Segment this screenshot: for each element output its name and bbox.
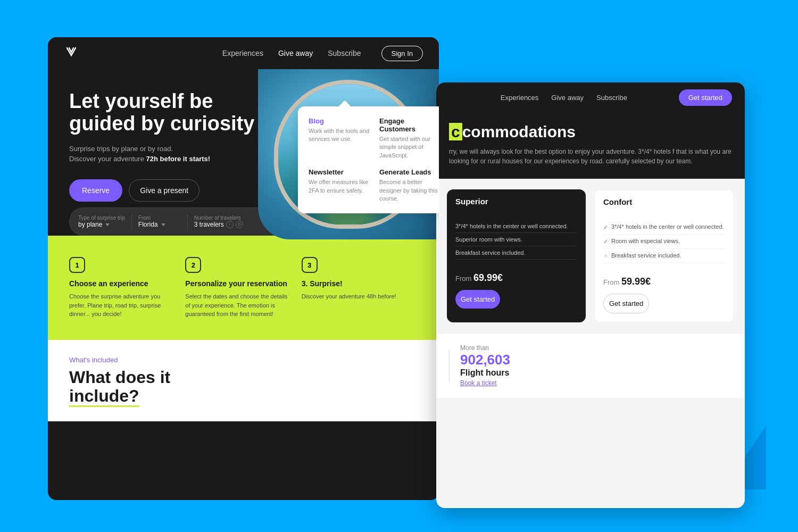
search-type-field: Type of surprise trip by plane <box>78 215 125 228</box>
pricing-section: Superior 3*/4* hotels in the center or w… <box>436 179 745 333</box>
confort-card-header: Confort <box>595 190 734 214</box>
superior-card-header: Superior <box>447 189 586 213</box>
superior-price-amount: 69.99€ <box>473 272 503 283</box>
step-2-title: Personalize your reservation <box>185 279 290 288</box>
step-2: 2 Personalize your reservation Select th… <box>185 257 301 319</box>
pricing-card-superior: Superior 3*/4* hotels in the center or w… <box>447 189 586 322</box>
confort-feature-2: ✓ Room with especial views. <box>603 235 725 249</box>
confort-get-started-button[interactable]: Get started <box>603 294 649 313</box>
nav-link-subscribe[interactable]: Subscribe <box>328 49 361 57</box>
search-from-field: From Florida <box>138 215 181 228</box>
search-travelers-label: Number of travelers <box>194 215 243 221</box>
dropdown-item-blog-desc: Work with the tools and services we use. <box>309 127 371 144</box>
hero-subtitle-line1: Surprise trips by plane or by road. <box>69 145 173 153</box>
from-chevron-icon <box>161 223 165 226</box>
logo[interactable] <box>64 45 79 62</box>
step-3-number: 3 <box>302 257 318 273</box>
right-hero-title: ccommodations <box>449 123 732 140</box>
signin-button[interactable]: Sign In <box>381 46 423 61</box>
right-nav-experiences[interactable]: Experiences <box>501 94 539 102</box>
right-nav-giveaway[interactable]: Give away <box>551 94 584 102</box>
confort-feature-1: ✓ 3*/4* hotels in the center or well con… <box>603 220 725 235</box>
nav-link-experiences[interactable]: Experiences <box>222 49 263 57</box>
dropdown-grid: Blog Work with the tools and services we… <box>309 117 439 203</box>
superior-features: 3*/4* hotels in the center or well conne… <box>447 213 586 266</box>
step-1-title: Choose an experience <box>69 279 174 288</box>
check-icon-1: ✓ <box>603 224 608 231</box>
dropdown-item-engage-title: Engage Customers <box>379 117 439 133</box>
hero-title: Let yourself be guided by curiosity <box>69 90 271 135</box>
dropdown-item-engage-desc: Get started with our simple snippet of J… <box>379 135 439 160</box>
travelers-settings-icon: ⚙ <box>236 221 243 228</box>
step-2-desc: Select the dates and choose the details … <box>185 292 290 319</box>
left-navbar: Experiences Give away Subscribe Sign In <box>48 37 439 69</box>
dropdown-item-blog-title: Blog <box>309 117 371 125</box>
type-chevron-icon <box>105 223 110 226</box>
search-from-value[interactable]: Florida <box>138 221 181 228</box>
step-1-number: 1 <box>69 257 85 273</box>
dropdown-item-leads-title: Generate Leads <box>379 168 439 176</box>
step-1-desc: Choose the surprise adventure you prefer… <box>69 292 174 319</box>
stats-divider <box>449 350 450 382</box>
whats-included-label: What's included <box>69 356 418 364</box>
right-hero-section: ccommodations rry, we will always look f… <box>436 112 745 179</box>
stats-label: More than <box>460 344 732 352</box>
step-1: 1 Choose an experience Choose the surpri… <box>69 257 185 319</box>
hero-subtitle-bold: 72h before it starts! <box>146 155 211 163</box>
superior-get-started-button[interactable]: Get started <box>455 290 500 309</box>
dropdown-item-newsletter[interactable]: Newsletter We offer measures like 2FA to… <box>309 168 371 203</box>
step-2-number: 2 <box>185 257 201 273</box>
book-ticket-link[interactable]: Book a ticket <box>460 379 497 387</box>
steps-section: 1 Choose an experience Choose the surpri… <box>48 236 439 340</box>
right-navbar: Experiences Give away Subscribe Get star… <box>436 82 745 112</box>
stats-section: More than 902,603 Flight hours Book a ti… <box>436 333 745 398</box>
stats-number: 902,603 <box>460 352 732 368</box>
right-nav-subscribe[interactable]: Subscribe <box>596 94 627 102</box>
step-3: 3 3. Surprise! Discover your adventure 4… <box>302 257 418 319</box>
confort-price: From 59.99€ <box>595 270 734 294</box>
check-icon-2: ✓ <box>603 238 608 245</box>
step-3-desc: Discover your adventure 48h before! <box>302 292 407 301</box>
give-present-button[interactable]: Give a present <box>129 179 200 202</box>
superior-feature-2: Superior room with views. <box>455 233 577 246</box>
dropdown-item-leads-desc: Become a better designer by taking this … <box>379 178 439 203</box>
dropdown-item-newsletter-title: Newsletter <box>309 168 371 176</box>
nav-link-giveaway[interactable]: Give away <box>278 49 313 57</box>
dropdown-menu: Blog Work with the tools and services we… <box>298 106 439 213</box>
whats-included-section: What's included What does it include? <box>48 340 439 421</box>
nav-links: Experiences Give away Subscribe Sign In <box>222 46 423 61</box>
hero-subtitle-line2: Discover your adventure <box>69 155 146 163</box>
stats-unit: Flight hours <box>460 368 732 378</box>
cross-icon: ✕ <box>603 253 608 260</box>
dropdown-item-newsletter-desc: We offer measures like 2FA to ensure saf… <box>309 178 371 195</box>
confort-features: ✓ 3*/4* hotels in the center or well con… <box>595 214 734 270</box>
superior-price: From 69.99€ <box>447 266 586 290</box>
superior-feature-1: 3*/4* hotels in the center or well conne… <box>455 220 577 233</box>
right-hero-highlight: c <box>449 123 462 140</box>
confort-price-amount: 59.99€ <box>621 276 651 287</box>
right-window: Experiences Give away Subscribe Get star… <box>436 82 745 508</box>
pricing-card-confort: Confort ✓ 3*/4* hotels in the center or … <box>594 189 734 322</box>
search-divider-1 <box>131 214 132 230</box>
confort-feature-3: ✕ Breakfast service included. <box>603 249 725 263</box>
search-travelers-field: Number of travelers 3 travelers i ⚙ <box>194 215 243 228</box>
right-hero-subtitle: rry, we will always look for the best op… <box>449 147 732 166</box>
step-3-title: 3. Surprise! <box>302 279 407 288</box>
reserve-button[interactable]: Reserve <box>69 179 122 202</box>
right-hero-title-text: commodations <box>462 123 576 140</box>
left-window: Experiences Give away Subscribe Sign In … <box>48 37 439 500</box>
search-from-label: From <box>138 215 181 221</box>
search-divider-2 <box>187 214 188 230</box>
right-nav-links: Experiences Give away Subscribe <box>501 94 627 102</box>
stats-text: More than 902,603 Flight hours Book a ti… <box>460 344 732 387</box>
search-travelers-value[interactable]: 3 travelers i ⚙ <box>194 221 243 228</box>
dropdown-item-leads[interactable]: Generate Leads Become a better designer … <box>379 168 439 203</box>
right-get-started-button[interactable]: Get started <box>679 89 732 106</box>
search-type-label: Type of surprise trip <box>78 215 125 221</box>
travelers-info-icon: i <box>226 221 234 228</box>
whats-included-title: What does it include? <box>69 368 418 405</box>
dropdown-item-blog[interactable]: Blog Work with the tools and services we… <box>309 117 371 160</box>
superior-feature-3: Breakfast service included. <box>455 246 577 260</box>
search-type-value[interactable]: by plane <box>78 221 125 228</box>
dropdown-item-engage[interactable]: Engage Customers Get started with our si… <box>379 117 439 160</box>
